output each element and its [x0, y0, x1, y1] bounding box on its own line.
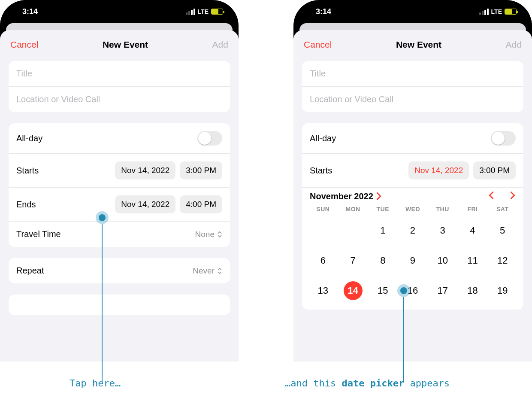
- annotation-right-prefix: …and this: [285, 378, 342, 389]
- repeat-row[interactable]: Repeat Never: [9, 258, 230, 283]
- carrier-label: LTE: [491, 8, 502, 15]
- chevron-up-down-icon: [217, 231, 222, 238]
- calendar-header: November 2022: [302, 187, 523, 204]
- starts-date-button[interactable]: Nov 14, 2022: [115, 161, 175, 179]
- starts-label: Starts: [310, 166, 332, 176]
- status-bar: 3:14 LTE: [0, 0, 239, 23]
- calendar-day[interactable]: 10: [433, 251, 452, 270]
- phone-right: 3:14 LTE Cancel New Event Add Title Loca…: [293, 0, 532, 362]
- starts-date-button-active[interactable]: Nov 14, 2022: [408, 161, 469, 179]
- calendar-day[interactable]: 7: [344, 251, 363, 270]
- calendar-prev-button[interactable]: [488, 191, 494, 201]
- calendar-weekday: WED: [398, 206, 428, 213]
- calendar-day[interactable]: 2: [403, 221, 422, 240]
- calendar-day[interactable]: 17: [433, 281, 452, 300]
- modal-sheet: Cancel New Event Add Title Location or V…: [0, 30, 239, 362]
- calendar-day[interactable]: 1: [373, 221, 392, 240]
- calendar-next-button[interactable]: [510, 191, 516, 201]
- cancel-button[interactable]: Cancel: [10, 40, 38, 50]
- carrier-label: LTE: [198, 8, 209, 15]
- calendar-month-label: November 2022: [310, 191, 373, 201]
- travel-time-label: Travel Time: [16, 229, 61, 239]
- status-right-cluster: LTE: [479, 8, 517, 15]
- allday-toggle[interactable]: [491, 131, 516, 146]
- title-location-group: Title Location or Video Call: [9, 61, 230, 112]
- title-field[interactable]: Title: [9, 61, 230, 86]
- calendar-month-button[interactable]: November 2022: [310, 191, 382, 201]
- calendar-day[interactable]: 4: [463, 221, 482, 240]
- calendar-day[interactable]: 16: [403, 281, 422, 300]
- calendar-day[interactable]: 8: [373, 251, 392, 270]
- location-field[interactable]: Location or Video Call: [302, 86, 523, 112]
- location-field[interactable]: Location or Video Call: [9, 86, 230, 112]
- calendar-day[interactable]: 19: [493, 281, 512, 300]
- repeat-value: Never: [193, 266, 215, 276]
- calendar-day[interactable]: 14: [344, 281, 363, 300]
- ends-date-button[interactable]: Nov 14, 2022: [115, 195, 175, 213]
- title-placeholder: Title: [310, 69, 326, 79]
- calendar-weekday: FRI: [458, 206, 488, 213]
- calendar-day[interactable]: 13: [314, 281, 332, 300]
- location-placeholder: Location or Video Call: [310, 94, 393, 104]
- add-button[interactable]: Add: [212, 40, 228, 50]
- battery-charging-icon: [505, 9, 517, 15]
- calendar-day[interactable]: 15: [373, 281, 392, 300]
- status-time: 3:14: [316, 7, 331, 16]
- allday-row: All-day: [9, 123, 230, 153]
- chevron-right-icon: [376, 192, 382, 201]
- calendar-day[interactable]: 11: [463, 251, 482, 270]
- calendar-weekday-row: SUNMONTUEWEDTHUFRISAT: [302, 204, 523, 213]
- status-time: 3:14: [22, 7, 38, 16]
- annotation-caption-right: …and this date picker appears: [285, 378, 450, 389]
- calendar-day[interactable]: 6: [314, 251, 332, 270]
- modal-sheet: Cancel New Event Add Title Location or V…: [293, 30, 532, 362]
- starts-time-button[interactable]: 3:00 PM: [180, 161, 222, 179]
- allday-toggle[interactable]: [197, 131, 222, 146]
- sheet-navbar: Cancel New Event Add: [0, 30, 239, 58]
- repeat-group: Repeat Never: [9, 258, 230, 283]
- chevron-left-icon: [488, 191, 494, 200]
- calendar-day[interactable]: 12: [493, 251, 512, 270]
- truncated-row: [9, 295, 230, 310]
- ends-label: Ends: [16, 200, 36, 210]
- cancel-button[interactable]: Cancel: [304, 40, 332, 50]
- location-placeholder: Location or Video Call: [16, 94, 100, 104]
- calendar-weekday: SUN: [308, 206, 338, 213]
- calendar-weekday: MON: [338, 206, 368, 213]
- allday-row: All-day: [302, 123, 523, 153]
- battery-charging-icon: [211, 9, 223, 15]
- title-location-group: Title Location or Video Call: [302, 61, 523, 112]
- calendar-weekday: THU: [428, 206, 458, 213]
- repeat-label: Repeat: [16, 266, 44, 276]
- starts-time-button[interactable]: 3:00 PM: [473, 161, 516, 179]
- datetime-group: All-day Starts Nov 14, 2022 3:00 PM Ends…: [9, 123, 230, 247]
- calendar-grid: 12345678910111213141516171819: [302, 213, 523, 310]
- ends-time-button[interactable]: 4:00 PM: [180, 195, 222, 213]
- calendar-day[interactable]: 3: [433, 221, 452, 240]
- sheet-title: New Event: [103, 40, 148, 50]
- chevron-up-down-icon: [217, 267, 222, 274]
- sheet-title: New Event: [396, 40, 441, 50]
- starts-row-active: Starts Nov 14, 2022 3:00 PM: [302, 153, 523, 187]
- allday-label: All-day: [16, 134, 42, 143]
- status-bar: 3:14 LTE: [293, 0, 532, 23]
- allday-label: All-day: [310, 134, 336, 143]
- add-button[interactable]: Add: [506, 40, 522, 50]
- status-right-cluster: LTE: [186, 8, 223, 15]
- calendar-day[interactable]: 18: [463, 281, 482, 300]
- travel-time-row[interactable]: Travel Time None: [9, 221, 230, 247]
- cellular-icon: [186, 9, 195, 15]
- calendar-day[interactable]: 5: [493, 221, 512, 240]
- calendar-weekday: TUE: [368, 206, 398, 213]
- chevron-right-icon: [510, 191, 516, 200]
- sheet-navbar: Cancel New Event Add: [293, 30, 532, 58]
- cellular-icon: [479, 9, 489, 15]
- datetime-group-expanded: All-day Starts Nov 14, 2022 3:00 PM Nove…: [302, 123, 523, 310]
- travel-time-value: None: [195, 230, 215, 239]
- title-field[interactable]: Title: [302, 61, 523, 86]
- truncated-group: [9, 295, 230, 315]
- phone-left: 3:14 LTE Cancel New Event Add Title Loca…: [0, 0, 239, 362]
- starts-row: Starts Nov 14, 2022 3:00 PM: [9, 153, 230, 187]
- starts-label: Starts: [16, 166, 39, 176]
- calendar-day[interactable]: 9: [403, 251, 422, 270]
